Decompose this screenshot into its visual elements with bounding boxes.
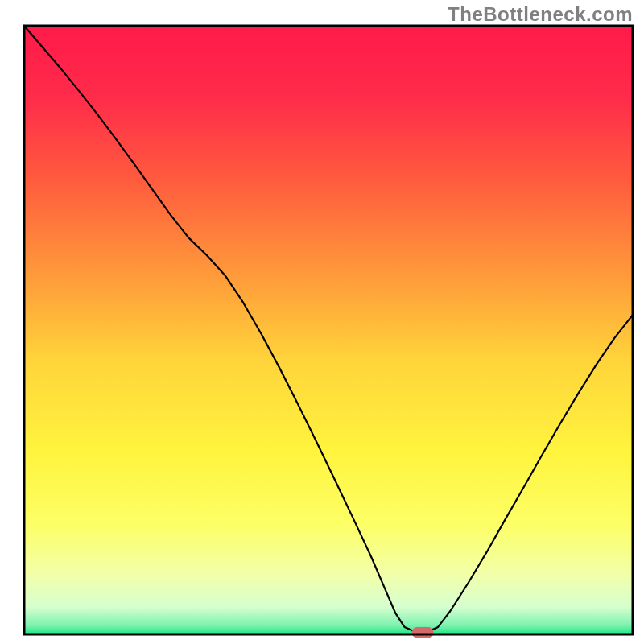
plot-background (24, 26, 633, 634)
optimal-marker (412, 627, 433, 638)
chart-container: TheBottleneck.com (0, 0, 644, 644)
bottleneck-chart (0, 0, 644, 644)
